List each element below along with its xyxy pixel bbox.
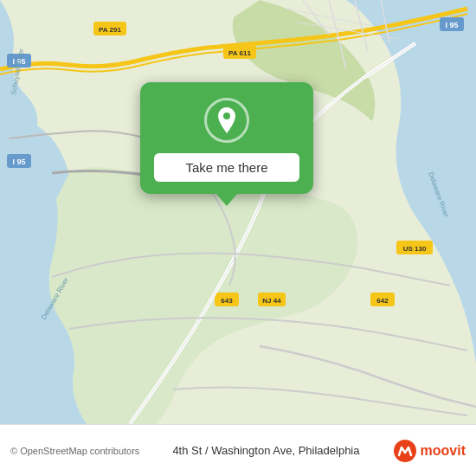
take-me-there-button[interactable]: Take me there — [154, 153, 299, 182]
popup-card: Take me there — [140, 82, 313, 194]
location-label: 4th St / Washington Ave, Philadelphia — [139, 444, 392, 457]
svg-point-29 — [223, 113, 230, 119]
bottom-bar: © OpenStreetMap contributors 4th St / Wa… — [0, 424, 476, 476]
svg-text:I 95: I 95 — [12, 158, 25, 166]
svg-text:NJ 44: NJ 44 — [262, 297, 281, 305]
location-icon-wrapper — [204, 98, 249, 143]
svg-text:642: 642 — [376, 297, 389, 305]
svg-text:US 130: US 130 — [403, 245, 427, 253]
svg-text:PA 611: PA 611 — [228, 49, 251, 57]
moovit-text: moovit — [421, 443, 466, 459]
moovit-icon — [393, 439, 417, 463]
copyright-text: © OpenStreetMap contributors — [10, 446, 139, 456]
svg-text:643: 643 — [221, 297, 233, 305]
location-pin-icon — [214, 106, 240, 135]
svg-text:I 95: I 95 — [445, 21, 458, 29]
map-svg: I 95 I 95 I 95 PA 291 PA 611 US 130 NJ 4… — [0, 0, 476, 424]
moovit-logo: moovit — [393, 439, 466, 463]
svg-text:PA 291: PA 291 — [99, 26, 121, 34]
map-container: I 95 I 95 I 95 PA 291 PA 611 US 130 NJ 4… — [0, 0, 476, 424]
